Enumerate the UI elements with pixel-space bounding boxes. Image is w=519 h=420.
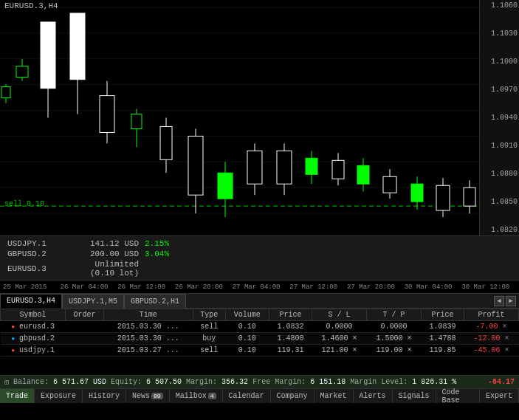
svg-rect-23	[188, 136, 203, 195]
margin-label: Margin:	[186, 378, 217, 386]
price-tick: 1.1000	[481, 58, 518, 66]
td-price: 1.4800	[269, 333, 312, 345]
price-tick: 1.0940	[481, 114, 518, 122]
info-rows: USDJPY.1 141.12 USD 2.15% GBPUSD.2 200.0…	[7, 239, 169, 278]
time-axis: 25 Mar 2015 26 Mar 04:00 26 Mar 12:00 26…	[0, 280, 519, 294]
td-type: sell	[193, 321, 226, 333]
chart-tabs: EURUSD.3,H4 USDJPY.1,M5 GBPUSD.2,H1 ◀ ▶	[0, 294, 519, 309]
free-margin-value: 6 151.18	[310, 378, 346, 386]
svg-rect-35	[357, 165, 369, 184]
equity-label: Equity:	[111, 378, 142, 386]
price-tick: 1.0820	[481, 226, 518, 234]
bottom-tab-signals[interactable]: Signals	[393, 389, 436, 403]
col-header-time[interactable]: Time	[103, 309, 193, 321]
col-header-order[interactable]: Order	[66, 309, 103, 321]
td-volume: 0.10	[225, 321, 269, 333]
chart-tab-0[interactable]: EURUSD.3,H4	[0, 294, 62, 309]
svg-rect-27	[247, 151, 262, 184]
col-header-symbol[interactable]: Symbol	[1, 309, 66, 321]
bottom-tab-expert[interactable]: Expert	[480, 389, 519, 403]
svg-rect-39	[411, 184, 423, 202]
time-label-2: 26 Mar 12:00	[117, 283, 175, 291]
col-header-sl[interactable]: S / L	[312, 309, 367, 321]
td-order	[66, 345, 103, 357]
svg-rect-37	[383, 176, 396, 193]
close-icon[interactable]: ×	[505, 346, 509, 354]
svg-rect-11	[16, 66, 28, 78]
equity-value: 6 507.50	[146, 378, 182, 386]
trade-table-container: Symbol Order Time Type Volume Price S / …	[0, 309, 519, 375]
price-tick: 1.0970	[481, 86, 518, 94]
trade-table: Symbol Order Time Type Volume Price S / …	[0, 309, 519, 357]
td-type: buy	[193, 333, 226, 345]
margin-level-label: Margin Level:	[350, 378, 408, 386]
margin-level-value: 1 826.31 %	[412, 378, 456, 386]
td-type: sell	[193, 345, 226, 357]
bottom-tab-mailbox[interactable]: Mailbox4	[170, 389, 223, 403]
bottom-tab-calendar[interactable]: Calendar	[223, 389, 271, 403]
svg-rect-19	[131, 114, 142, 129]
balance-value: 6 571.67 USD	[53, 378, 106, 386]
bottom-tab-trade[interactable]: Trade	[0, 389, 35, 403]
svg-rect-15	[70, 13, 85, 80]
td-order	[66, 321, 103, 333]
col-header-volume[interactable]: Volume	[225, 309, 269, 321]
td-current-price: 1.0839	[421, 321, 464, 333]
time-label-8: 30 Mar 12:00	[461, 283, 519, 291]
td-tp: 1.5000 ×	[367, 333, 422, 345]
candlestick-chart	[0, 0, 479, 235]
td-volume: 0.10	[225, 345, 269, 357]
time-label-6: 27 Mar 20:00	[347, 283, 405, 291]
time-label-0: 25 Mar 2015	[3, 283, 61, 291]
bottom-tab-market[interactable]: Market	[315, 389, 354, 403]
price-axis: 1.1060 1.1030 1.1000 1.0970 1.0940 1.091…	[479, 0, 519, 235]
info-symbol-3: EURUSD.3	[7, 264, 66, 273]
tab-scroll-buttons: ◀ ▶	[494, 296, 519, 306]
chart-tab-2[interactable]: GBPUSD.2,H1	[124, 294, 186, 309]
col-header-tp[interactable]: T / P	[367, 309, 422, 321]
info-value-2: 200.00 USD	[72, 249, 139, 258]
total-profit: -64.17	[488, 378, 515, 386]
table-row: ● gbpusd.2 2015.03.30 ... buy 0.10 1.480…	[1, 333, 519, 345]
bottom-tab-alerts[interactable]: Alerts	[354, 389, 393, 403]
chart-tab-1[interactable]: USDJPY.1,M5	[62, 294, 124, 309]
info-line-1: USDJPY.1 141.12 USD 2.15%	[7, 239, 169, 248]
col-header-price[interactable]: Price	[269, 309, 312, 321]
close-icon[interactable]: ×	[505, 334, 509, 342]
td-order	[66, 333, 103, 345]
free-margin-label: Free Margin:	[252, 378, 306, 386]
bottom-tab-history[interactable]: History	[83, 389, 126, 403]
svg-rect-21	[160, 126, 172, 159]
info-value-1: 141.12 USD	[72, 239, 139, 248]
col-header-type[interactable]: Type	[193, 309, 226, 321]
svg-rect-13	[41, 22, 55, 89]
info-symbol-1: USDJPY.1	[7, 239, 66, 248]
bottom-tab-exposure[interactable]: Exposure	[35, 389, 83, 403]
close-icon[interactable]: ×	[503, 323, 507, 331]
bottom-tab-codebase[interactable]: Code Base	[436, 389, 480, 403]
time-label-4: 27 Mar 04:00	[233, 283, 290, 291]
info-value-3: Unlimited (0.10 lot)	[72, 260, 139, 278]
col-header-profit[interactable]: Profit	[464, 309, 519, 321]
tab-scroll-right[interactable]: ▶	[506, 296, 516, 306]
td-profit: -12.00 ×	[464, 333, 519, 345]
td-profit: -7.00 ×	[464, 321, 519, 333]
td-tp: 119.00 ×	[367, 345, 422, 357]
bottom-tab-news[interactable]: News99	[126, 389, 170, 403]
balance-label: Balance:	[13, 378, 49, 386]
price-tick: 1.1060	[481, 1, 518, 10]
td-current-price: 1.4788	[421, 333, 464, 345]
svg-rect-43	[464, 187, 475, 206]
price-tick: 1.1030	[481, 30, 518, 38]
td-symbol: ● eurusd.3	[1, 321, 66, 333]
col-header-current-price[interactable]: Price	[421, 309, 464, 321]
bottom-tab-company[interactable]: Company	[271, 389, 315, 403]
info-panel: USDJPY.1 141.12 USD 2.15% GBPUSD.2 200.0…	[0, 236, 519, 280]
info-line-2: GBPUSD.2 200.00 USD 3.04%	[7, 249, 169, 258]
svg-rect-29	[277, 151, 292, 184]
price-tick: 1.0880	[481, 170, 518, 178]
td-current-price: 119.85	[421, 345, 464, 357]
svg-rect-45	[1, 87, 10, 98]
td-profit: -45.06 ×	[464, 345, 519, 357]
tab-scroll-left[interactable]: ◀	[494, 296, 504, 306]
